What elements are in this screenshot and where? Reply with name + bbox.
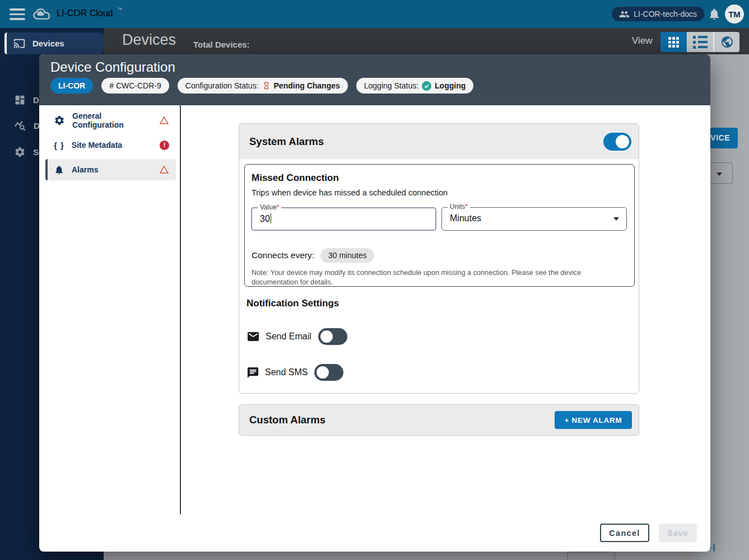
toggle-knob [320,330,333,343]
system-alarms-toggle[interactable] [603,133,631,151]
config-status-chip: Configuration Status: Pending Changes [178,78,348,94]
org-badge-label: LI-COR-tech-docs [634,10,697,18]
logging-status-label: Logging Status: [364,81,418,90]
send-sms-toggle[interactable] [314,364,343,381]
warning-icon [159,115,169,125]
value-text: 30 [260,208,271,230]
avatar[interactable]: TM [725,4,744,24]
brand-chip: LI-COR [50,78,93,94]
page-title: Devices [122,31,176,49]
missed-connection-panel: Missed Connection Trips when device has … [244,164,635,287]
send-email-row: Send Email [246,327,347,346]
sidebar-item-dashboards[interactable]: Da [0,91,44,108]
nav-item-label: Site Metadata [72,141,152,150]
text-cursor [271,213,272,223]
cloud-logo-icon [32,6,52,21]
trademark: ™ [117,7,122,12]
custom-alarms-card: Custom Alarms + NEW ALARM [239,404,639,436]
globe-icon [720,35,734,49]
hourglass-icon [262,81,271,90]
device-configuration-modal: Device Configuration LI-COR # CWC-CDR-9 … [39,54,710,552]
gear-icon [54,115,65,126]
app-root: LI-COR Cloud™ LI-COR-tech-docs TM Device… [0,0,749,560]
org-badge[interactable]: LI-COR-tech-docs [612,7,704,21]
units-select[interactable]: Units* Minutes [441,207,627,231]
rows-per-page-select[interactable] [567,552,615,560]
config-status-label: Configuration Status: [185,81,259,90]
people-icon [619,9,630,20]
list-icon [693,36,708,49]
sidebar-item-devices[interactable]: Devices [4,32,104,54]
notification-settings-title: Notification Settings [246,298,339,309]
sms-icon [246,366,259,379]
dashboard-icon [14,94,26,106]
total-devices-label: Total Devices: [193,40,250,49]
sidebar-item-label: Devices [32,39,64,48]
value-input[interactable]: Value* 30 [251,207,436,231]
page-header: Devices Total Devices: View [104,28,749,54]
toggle-knob [616,135,629,148]
save-button[interactable]: Save [659,524,697,542]
missed-connection-title: Missed Connection [252,172,339,184]
logging-status-value: Logging [435,81,466,90]
grid-icon [668,37,679,48]
nav-general-configuration[interactable]: General Configuration [45,110,176,131]
email-icon [246,330,260,343]
avatar-initials: TM [728,10,741,19]
view-grid-button[interactable] [660,32,687,52]
nav-item-label: General Configuration [72,111,152,129]
warning-icon [159,165,169,175]
nav-site-metadata[interactable]: { } Site Metadata ! [45,134,176,156]
sidebar-item-settings[interactable]: Se [0,143,43,160]
view-toggle-group [660,32,739,52]
custom-alarms-title: Custom Alarms [249,405,325,435]
connects-every-row: Connects every: 30 minutes [252,248,374,263]
chevron-down-icon [717,172,722,176]
nav-alarms[interactable]: Alarms [45,159,176,180]
bell-icon [54,165,64,175]
topbar: LI-COR Cloud™ LI-COR-tech-docs TM [0,0,749,28]
filter-dropdown[interactable] [706,162,733,184]
modal-nav: General Configuration { } Site Metadata … [39,105,181,514]
braces-icon: { } [54,141,64,150]
cancel-button[interactable]: Cancel [600,524,649,542]
send-sms-row: Send SMS [246,363,343,382]
connects-every-chip: 30 minutes [320,248,374,263]
view-map-button[interactable] [713,32,739,52]
app-logo: LI-COR Cloud™ [32,6,122,21]
cast-icon [13,38,25,49]
config-status-value: Pending Changes [274,81,340,90]
connects-every-label: Connects every: [252,250,314,260]
view-list-button[interactable] [687,32,713,52]
new-alarm-button[interactable]: + NEW ALARM [555,411,632,429]
menu-icon[interactable] [10,8,25,20]
status-chip-row: LI-COR # CWC-CDR-9 Configuration Status:… [50,78,473,94]
missed-connection-subtitle: Trips when device has missed a scheduled… [252,188,448,197]
app-name: LI-COR Cloud [57,8,113,18]
view-label: View [632,35,653,46]
modal-title: Device Configuration [50,59,175,75]
error-icon: ! [160,141,169,150]
send-sms-label: Send SMS [265,367,308,377]
units-value: Minutes [450,208,481,229]
toggle-knob [317,366,329,379]
device-id-chip: # CWC-CDR-9 [101,78,169,94]
check-circle-icon [422,81,431,91]
chevron-down-icon [613,217,619,221]
query-stats-icon [14,119,26,132]
system-alarms-card: System Alarms Missed Connection Trips wh… [239,123,639,394]
system-alarms-title: System Alarms [249,124,324,159]
notifications-bell-icon[interactable] [708,7,721,21]
missed-connection-note: Note: Your device may modify its connect… [252,268,628,287]
nav-item-label: Alarms [72,165,152,174]
gear-icon [14,146,26,158]
sidebar-item-data[interactable]: Da [0,117,44,134]
modal-header: Device Configuration LI-COR # CWC-CDR-9 … [39,54,710,105]
send-email-toggle[interactable] [318,328,347,345]
send-email-label: Send Email [266,332,311,342]
system-alarms-header: System Alarms [239,124,639,159]
logging-status-chip: Logging Status: Logging [356,78,474,94]
